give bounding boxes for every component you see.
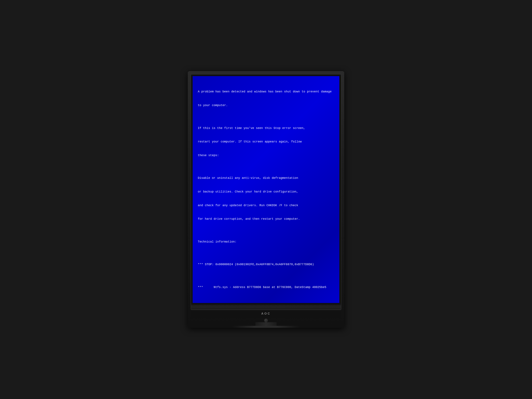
monitor: A problem has been detected and windows …	[188, 71, 344, 328]
monitor-bottom-bezel	[191, 305, 341, 310]
monitor-bezel: A problem has been detected and windows …	[191, 74, 341, 305]
bsod-line-13: Technical information:	[198, 240, 334, 244]
bsod-line-10: and check for any updated drivers. Run C…	[198, 203, 334, 208]
bsod-line-1: A problem has been detected and windows …	[198, 89, 334, 94]
bsod-line-9: or backup utilities. Check your hard dri…	[198, 190, 334, 194]
monitor-base	[232, 326, 300, 328]
monitor-brand-bar: AOC	[191, 310, 341, 318]
bsod-line-8: Disable or uninstall any anti-virus, dis…	[198, 176, 334, 180]
bsod-line-15: *** STOP: 0x00000024 (0x001902FE,0xA6FF8…	[198, 262, 334, 267]
bsod-line-2: to your computer.	[198, 103, 334, 108]
power-button[interactable]	[264, 319, 268, 322]
bsod-line-4: If this is the first time you've seen th…	[198, 126, 334, 131]
monitor-stand-assembly	[191, 318, 341, 322]
bsod-line-5: restart your computer. If this screen ap…	[198, 139, 334, 144]
bsod-line-11: for hard drive corruption, and then rest…	[198, 217, 334, 221]
bsod-screen: A problem has been detected and windows …	[193, 76, 339, 303]
bsod-content: A problem has been detected and windows …	[198, 81, 334, 299]
bsod-line-17: *** Ntfs.sys - Address B777D8D6 base at …	[198, 285, 334, 290]
monitor-neck	[255, 322, 276, 326]
bsod-line-6: these steps:	[198, 153, 334, 158]
monitor-brand-label: AOC	[261, 312, 271, 315]
